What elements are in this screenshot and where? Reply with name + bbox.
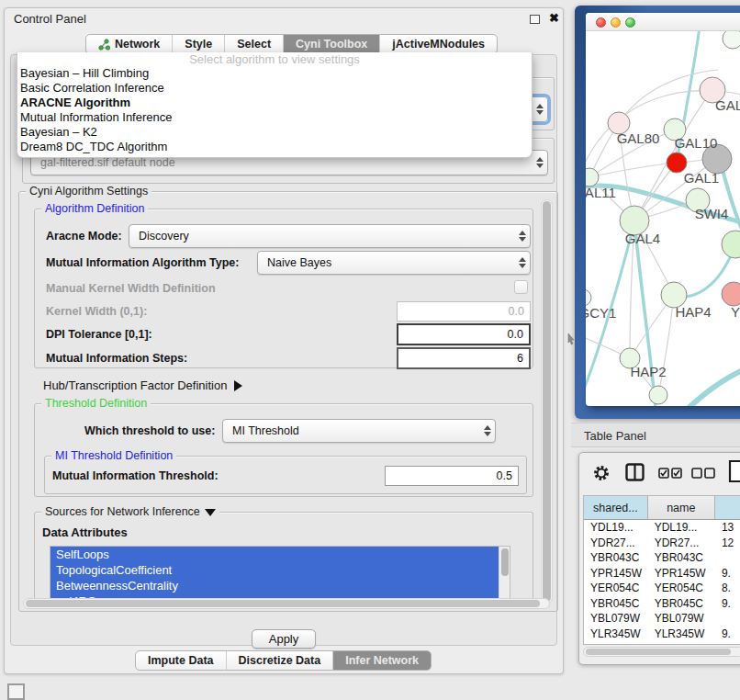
data-attribute-item[interactable]: TopologicalCoefficient (50, 562, 499, 578)
columns-unchecked-icon[interactable] (691, 468, 715, 479)
table-cell: YPR145W (584, 566, 648, 581)
which-threshold-select[interactable]: MI Threshold (222, 419, 496, 443)
algorithm-option[interactable]: Mutual Information Inference (17, 110, 532, 125)
tab-style[interactable]: Style (173, 35, 225, 53)
algorithm-option[interactable]: Dream8 DC_TDC Algorithm (17, 140, 532, 154)
threshold-definition-group: Threshold Definition Which threshold to … (34, 403, 533, 497)
table-cell: 9. (715, 627, 740, 642)
table-cell: YBR043C (584, 550, 648, 566)
tab-infer-network[interactable]: Infer Network (333, 651, 431, 670)
mac-zoom-icon[interactable] (625, 17, 635, 28)
import-table-icon[interactable] (728, 459, 740, 483)
kernel-width-field[interactable]: 0.0 (397, 301, 531, 322)
mi-steps-field[interactable]: 6 (397, 347, 531, 369)
mi-algorithm-type-select[interactable]: Naive Bayes (257, 251, 531, 275)
table-row[interactable]: YPR145WYPR145W9. (584, 566, 740, 581)
manual-kernel-width-checkbox[interactable] (514, 280, 528, 294)
table-cell: YDR27... (584, 536, 648, 551)
table-row[interactable]: YDR27...YDR27...12 (584, 536, 740, 551)
network-node[interactable] (722, 282, 740, 306)
table-row[interactable]: YBR045CYBR045C9. (584, 596, 740, 612)
table-row[interactable]: YER054CYER054C8. (584, 581, 740, 596)
table-column-header[interactable] (715, 496, 740, 520)
data-attribute-item[interactable]: SelfLoops (50, 547, 499, 562)
table-cell: YPR145W (648, 566, 715, 581)
table-header-row: shared...name (584, 496, 740, 520)
split-columns-icon[interactable] (625, 463, 645, 481)
table-row[interactable]: YIL052CYIL052C0 (584, 641, 740, 645)
settings-horizontal-scrollbar[interactable] (23, 598, 550, 609)
network-node[interactable] (722, 231, 740, 258)
table-cell (715, 550, 740, 566)
tab-network[interactable]: Network (86, 35, 173, 53)
tab-label: Select (237, 38, 271, 51)
dpi-tolerance-field[interactable]: 0.0 (397, 323, 531, 345)
algorithm-option[interactable]: Basic Correlation Inference (17, 81, 532, 96)
algorithm-option[interactable]: ARACNE Algorithm (17, 96, 532, 110)
tab-label: Infer Network (345, 654, 419, 667)
table-cell: YIL052C (584, 641, 648, 645)
collapsed-panel-icon[interactable] (7, 683, 25, 700)
float-window-icon[interactable] (530, 15, 540, 24)
table-window: shared...name YDL19...YDL19...13YDR27...… (578, 452, 740, 665)
algorithm-dropdown: Select algorithm to view settings Bayesi… (17, 52, 533, 158)
collapse-down-icon (205, 509, 216, 516)
node-label: GCY1 (586, 305, 616, 321)
control-panel-tabbar: NetworkStyleSelectCyni ToolboxjActiveMNo… (85, 34, 498, 54)
table-row[interactable]: YDL19...YDL19...13 (584, 520, 740, 536)
tab-impute-data[interactable]: Impute Data (136, 651, 227, 670)
table-cell: 12 (715, 536, 740, 551)
manual-kernel-width-label: Manual Kernel Width Definition (46, 282, 216, 295)
mac-minimize-icon[interactable] (611, 17, 621, 28)
table-row[interactable]: YLR345WYLR345W9. (584, 627, 740, 642)
table-cell: YBL079W (584, 611, 648, 627)
network-window[interactable]: GALGAL80GAL10GAL1GAL11SWI4GAL4GCY1HAP4YH… (586, 13, 740, 406)
node-label: GAL11 (586, 185, 616, 200)
hub-definition-toggle[interactable]: Hub/Transcription Factor Definition (43, 378, 242, 392)
combo-arrows-icon (532, 157, 547, 168)
algorithm-option[interactable]: Bayesian – Hill Climbing (17, 66, 532, 81)
aracne-mode-select[interactable]: Discovery (129, 224, 531, 248)
mi-threshold-field[interactable]: 0.5 (385, 466, 519, 486)
table-column-header[interactable]: shared... (584, 496, 648, 520)
table-cell: 13 (715, 520, 740, 536)
gear-icon[interactable] (592, 464, 611, 482)
table-horizontal-scrollbar[interactable] (583, 647, 740, 657)
algorithm-option[interactable]: Bayesian – K2 (17, 125, 532, 140)
table-row[interactable]: YBR043CYBR043C (584, 550, 740, 566)
node-label: GAL1 (684, 170, 719, 186)
node-label: GAL4 (625, 231, 660, 246)
node-table[interactable]: shared...name YDL19...YDL19...13YDR27...… (583, 495, 740, 645)
node-label: SWI4 (695, 206, 729, 221)
table-row[interactable]: YBL079WYBL079W (584, 611, 740, 627)
network-node[interactable] (723, 31, 740, 49)
tab-label: Network (115, 38, 160, 51)
network-node[interactable] (586, 289, 591, 306)
settings-vertical-scrollbar[interactable] (541, 199, 553, 604)
tab-select[interactable]: Select (225, 35, 284, 53)
which-threshold-label: Which threshold to use: (84, 424, 215, 437)
apply-button[interactable]: Apply (252, 629, 316, 649)
table-cell: 9. (715, 566, 740, 581)
network-node[interactable] (649, 386, 667, 404)
tab-jactivemnodules[interactable]: jActiveMNodules (380, 35, 497, 53)
sources-group-title[interactable]: Sources for Network Inference (41, 505, 219, 518)
data-attribute-item[interactable]: BetweennessCentrality (50, 578, 499, 593)
table-cell: YDR27... (648, 536, 715, 551)
tab-discretize-data[interactable]: Discretize Data (227, 651, 334, 670)
table-cell: 0 (715, 641, 740, 645)
table-toolbar (579, 453, 740, 493)
kernel-width-label: Kernel Width (0,1): (46, 305, 147, 318)
algorithm-definition-group: Algorithm Definition Aracne Mode: Discov… (34, 209, 533, 368)
mouse-cursor-icon (566, 333, 576, 345)
threshold-definition-title: Threshold Definition (41, 397, 151, 410)
network-canvas[interactable]: GALGAL80GAL10GAL1GAL11SWI4GAL4GCY1HAP4YH… (586, 31, 740, 406)
table-column-header[interactable]: name (648, 496, 715, 520)
mac-close-icon[interactable] (596, 17, 606, 28)
columns-checked-icon[interactable] (658, 468, 682, 479)
tab-label: Cyni Toolbox (296, 38, 367, 51)
hub-definition-label: Hub/Transcription Factor Definition (43, 378, 227, 392)
table-cell: YBR043C (648, 550, 715, 566)
close-icon[interactable]: ✖ (549, 11, 559, 25)
tab-cyni-toolbox[interactable]: Cyni Toolbox (284, 35, 380, 53)
